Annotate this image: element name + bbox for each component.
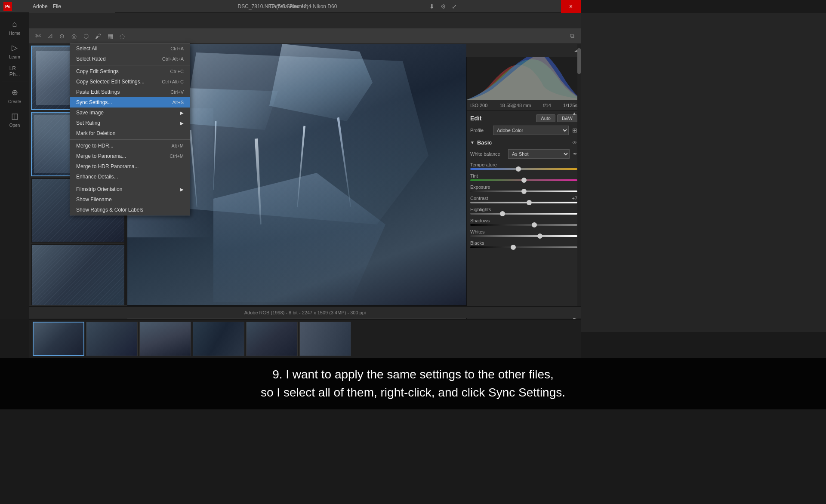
caption-line1: 9. I want to apply the same settings to …: [272, 368, 554, 381]
menu-paste-edit[interactable]: Paste Edit Settings Ctrl+V: [70, 87, 190, 97]
menu-label: Merge to Panorama...: [76, 153, 126, 159]
caption-area: 9. I want to apply the same settings to …: [0, 358, 826, 409]
bottom-thumb-2[interactable]: [86, 322, 138, 356]
save-icon[interactable]: ⬇: [427, 1, 437, 12]
shadows-thumb[interactable]: [532, 222, 537, 227]
settings-icon[interactable]: ⚙: [438, 1, 448, 12]
mask-tool[interactable]: ⬡: [81, 31, 91, 41]
status-text: Adobe RGB (1998) - 8 bit - 2247 x 1509 (…: [244, 310, 366, 315]
right-panel: ☁ ISO 200 18-55@48 mm f/14 1/125s Edit A…: [466, 44, 581, 323]
caption-line2: so I select all of them, right-click, an…: [261, 386, 565, 399]
menu-enhance-details[interactable]: Enhance Details...: [70, 172, 190, 182]
menu-copy-selected-edit[interactable]: Copy Selected Edit Settings... Ctrl+Alt+…: [70, 77, 190, 87]
gradient-filter-tool[interactable]: ▦: [105, 31, 115, 41]
adobe-menu[interactable]: Adobe: [33, 3, 48, 9]
bottom-thumb-4[interactable]: [193, 322, 244, 356]
menu-select-all[interactable]: Select All Ctrl+A: [70, 43, 190, 54]
sidebar-item-lr[interactable]: LR Ph...: [2, 63, 28, 80]
submenu-arrow: ▶: [180, 121, 184, 126]
profile-row: Profile Adobe Color ⊞: [470, 126, 577, 135]
shadows-slider-row: Shadows: [470, 218, 577, 226]
whites-track[interactable]: [470, 235, 577, 237]
filmstrip-thumb-4[interactable]: [31, 244, 126, 305]
menu-merge-hdr[interactable]: Merge to HDR... Alt+M: [70, 141, 190, 151]
menu-copy-edit-settings[interactable]: Copy Edit Settings Ctrl+C: [70, 66, 190, 77]
redeye-tool[interactable]: ◎: [69, 31, 79, 41]
menu-shortcut: Alt+S: [172, 100, 184, 105]
menu-mark-deletion[interactable]: Mark for Deletion: [70, 128, 190, 138]
bottom-thumb-6[interactable]: [299, 322, 351, 356]
temperature-slider-row: Temperature: [470, 162, 577, 170]
temperature-thumb[interactable]: [516, 166, 521, 172]
menu-sync-settings[interactable]: Sync Settings... Alt+S: [70, 97, 190, 108]
app-icon: Ps: [3, 2, 12, 11]
sidebar-item-open[interactable]: ◫ Open: [2, 108, 28, 131]
eyedropper-icon[interactable]: ✒: [573, 151, 577, 157]
menu-separator-1: [70, 65, 190, 65]
scroll-up-arrow[interactable]: ▲: [572, 111, 576, 116]
contrast-track[interactable]: [470, 202, 577, 203]
menu-shortcut: Ctrl+A: [170, 46, 184, 51]
whites-thumb[interactable]: [537, 234, 542, 239]
exposure-track[interactable]: [470, 191, 577, 192]
menu-select-rated[interactable]: Select Rated Ctrl+Alt+A: [70, 54, 190, 64]
right-panel-scrollbar[interactable]: [577, 44, 581, 323]
straighten-tool[interactable]: ⊿: [45, 31, 55, 41]
menu-save-image[interactable]: Save Image ▶: [70, 108, 190, 118]
tint-thumb[interactable]: [521, 178, 527, 183]
menu-set-rating[interactable]: Set Rating ▶: [70, 118, 190, 128]
blacks-thumb[interactable]: [511, 245, 516, 250]
exposure-thumb[interactable]: [521, 189, 527, 194]
tint-track[interactable]: [470, 179, 577, 181]
learn-label: Learn: [9, 55, 20, 59]
sidebar-item-learn[interactable]: ▷ Learn: [2, 39, 28, 63]
menu-show-ratings[interactable]: Show Ratings & Color Labels: [70, 205, 190, 215]
sidebar-item-create[interactable]: ⊕ Create: [2, 84, 28, 108]
histogram-controls: ☁: [466, 44, 581, 57]
status-bar: Adobe RGB (1998) - 8 bit - 2247 x 1509 (…: [29, 306, 581, 318]
bottom-thumb-3[interactable]: [139, 322, 191, 356]
expand-icon[interactable]: ⤢: [449, 1, 459, 12]
menu-filmstrip-orientation[interactable]: Filmstrip Orientation ▶: [70, 184, 190, 194]
menu-merge-hdr-panorama[interactable]: Merge to HDR Panorama...: [70, 161, 190, 172]
file-menu[interactable]: File: [53, 3, 61, 9]
highlights-track[interactable]: [470, 213, 577, 215]
ps-menubar: Adobe File: [29, 0, 115, 13]
shadows-track[interactable]: [470, 224, 577, 226]
wb-select[interactable]: As Shot: [508, 149, 570, 159]
highlights-thumb[interactable]: [500, 211, 505, 216]
submenu-arrow: ▶: [180, 111, 184, 115]
contrast-label: Contrast: [470, 196, 488, 201]
adjustment-brush-tool[interactable]: 🖌: [93, 31, 103, 41]
profile-grid-icon[interactable]: ⊞: [572, 127, 577, 134]
open-label: Open: [9, 123, 20, 128]
blacks-track[interactable]: [470, 246, 577, 248]
close-button[interactable]: ×: [561, 0, 581, 13]
sidebar-item-home[interactable]: ⌂ Home: [2, 15, 28, 39]
profile-select[interactable]: Adobe Color: [493, 126, 569, 135]
highlights-slider-row: Highlights: [470, 207, 577, 215]
contrast-thumb[interactable]: [527, 200, 532, 205]
cr-toolbar: ✄ ⊿ ⊙ ◎ ⬡ 🖌 ▦ ◌ ⧉: [29, 28, 581, 44]
scrollbar-thumb[interactable]: [577, 48, 581, 74]
before-after-icon[interactable]: ⧉: [567, 31, 577, 41]
home-icon: ⌂: [9, 19, 20, 29]
menu-label: Copy Selected Edit Settings...: [76, 79, 145, 85]
spot-removal-tool[interactable]: ⊙: [57, 31, 67, 41]
bottom-thumb-5[interactable]: [246, 322, 298, 356]
crop-tool[interactable]: ✄: [33, 31, 43, 41]
lr-icon: LR Ph...: [9, 66, 20, 77]
menu-merge-panorama[interactable]: Merge to Panorama... Ctrl+M: [70, 151, 190, 161]
radial-filter-tool[interactable]: ◌: [117, 31, 127, 41]
menu-label: Copy Edit Settings: [76, 68, 119, 74]
visibility-icon[interactable]: 👁: [572, 140, 577, 146]
wb-label: White balance: [470, 151, 505, 157]
bottom-thumb-1[interactable]: [33, 322, 84, 356]
basic-section-header[interactable]: ▼ Basic 👁: [470, 139, 577, 146]
menu-show-filename[interactable]: Show Filename: [70, 194, 190, 205]
learn-icon: ▷: [9, 43, 20, 53]
temperature-track[interactable]: [470, 168, 577, 170]
shutter-value: 1/125s: [563, 103, 577, 108]
contrast-slider-row: Contrast +7: [470, 196, 577, 203]
auto-button[interactable]: Auto: [536, 114, 555, 122]
